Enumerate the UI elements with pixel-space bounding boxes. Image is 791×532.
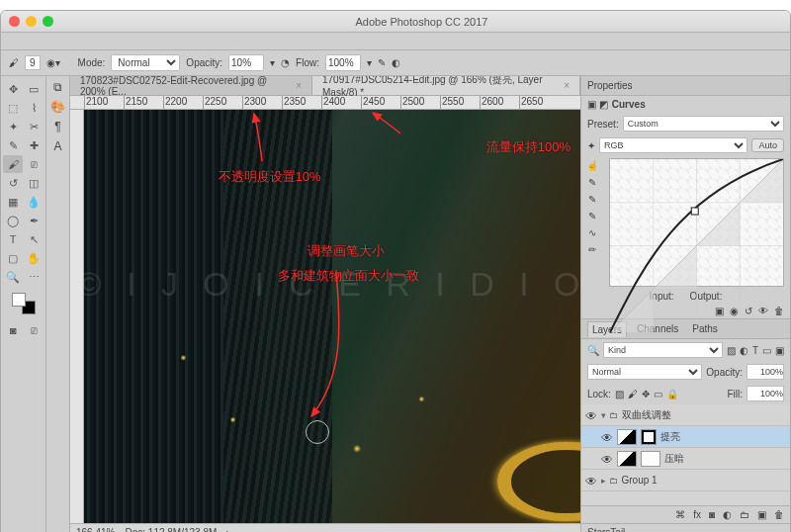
brush-picker-icon[interactable]: ◉▾	[46, 57, 60, 68]
pen-tool[interactable]: ✒	[24, 212, 44, 229]
lock-pos-icon[interactable]: ✥	[642, 389, 650, 399]
trash-icon[interactable]: 🗑	[774, 509, 784, 520]
new-icon[interactable]: ▣	[757, 509, 766, 520]
layer-row-adj[interactable]: 👁 提亮	[581, 426, 790, 448]
doc-tab-0[interactable]: 170823#DSC02752-Edit-Recovered.jpg @ 200…	[70, 76, 312, 95]
tab-close-icon[interactable]: ×	[296, 80, 302, 91]
layer-name[interactable]: Group 1	[622, 475, 658, 486]
paragraph-icon[interactable]: ¶	[54, 120, 60, 133]
channel-select[interactable]: RGB	[599, 137, 747, 153]
on-image-icon[interactable]: ☝	[586, 160, 598, 171]
edit-toolbar-icon[interactable]: ⋯	[24, 268, 44, 286]
layer-row-group[interactable]: 👁 ▾ 🗀 双曲线调整	[581, 404, 790, 426]
draw-curve-icon[interactable]: ✏	[588, 244, 596, 255]
filter-type-icon[interactable]: T	[752, 345, 758, 356]
layer-row-adj[interactable]: 👁 压暗	[581, 448, 790, 470]
tab-close-icon[interactable]: ×	[564, 80, 570, 91]
type-tool[interactable]: T	[3, 230, 23, 248]
window-title: Adobe Photoshop CC 2017	[61, 16, 782, 28]
folder-open-icon[interactable]: ▾ 🗀	[601, 410, 618, 420]
heal-tool[interactable]: ✚	[24, 136, 44, 154]
group-icon[interactable]: 🗀	[740, 509, 749, 520]
screenmode-icon[interactable]: ⎚	[24, 321, 44, 339]
sample-black-icon[interactable]: ✎	[588, 211, 596, 222]
filter-pixel-icon[interactable]: ▨	[727, 345, 736, 356]
wand-tool[interactable]: ✦	[3, 118, 23, 135]
eye-icon[interactable]: 👁	[601, 431, 613, 443]
flow-input[interactable]	[325, 54, 361, 71]
layer-row-group[interactable]: 👁 ▸ 🗀 Group 1	[581, 470, 790, 491]
dodge-tool[interactable]: ◯	[3, 212, 23, 229]
flow-label: Flow:	[296, 57, 319, 68]
eye-icon[interactable]: 👁	[585, 409, 597, 421]
starstail-panel[interactable]: StarsTail	[581, 523, 790, 532]
brush-tool[interactable]: 🖌	[3, 155, 23, 173]
doc-tab-1[interactable]: 170917#DSC05214-Edit.jpg @ 166% (提亮, Lay…	[312, 76, 580, 95]
flow-chevron-icon[interactable]: ▾	[367, 57, 372, 68]
edit-points-icon[interactable]: ∿	[588, 227, 596, 238]
filter-smart-icon[interactable]: ▣	[775, 345, 784, 356]
brush-size[interactable]: 9	[25, 55, 41, 70]
lock-paint-icon[interactable]: 🖌	[628, 389, 638, 399]
lock-trans-icon[interactable]: ▨	[615, 389, 624, 399]
sample-white-icon[interactable]: ✎	[588, 177, 596, 188]
marquee-tool[interactable]: ⬚	[3, 99, 23, 117]
blend-select[interactable]: Normal	[587, 364, 702, 380]
filter-adj-icon[interactable]: ◐	[740, 345, 748, 356]
layer-name[interactable]: 提亮	[660, 430, 680, 444]
zoom-readout[interactable]: 166.41%	[76, 527, 115, 532]
auto-button[interactable]: Auto	[751, 138, 784, 152]
stamp-tool[interactable]: ⎚	[24, 155, 44, 173]
curve-graph[interactable]	[609, 158, 784, 287]
color-icon[interactable]: 🎨	[50, 100, 65, 114]
zoom-tool[interactable]: 🔍	[3, 268, 23, 286]
adj-icon[interactable]: ◐	[723, 509, 732, 520]
mode-select[interactable]: Normal	[111, 54, 180, 71]
filter-kind-icon[interactable]: 🔍	[587, 345, 599, 356]
quickmask-icon[interactable]: ◙	[3, 321, 23, 339]
lasso-tool[interactable]: ⌇	[24, 99, 44, 117]
layer-name[interactable]: 双曲线调整	[622, 408, 671, 422]
path-tool[interactable]: ↖	[24, 230, 44, 248]
canvas[interactable]: © I J O I C E R I D I O 不透明度设置10% 流量保持10…	[84, 110, 580, 523]
move-tool[interactable]: ✥	[3, 80, 23, 98]
layer-name[interactable]: 压暗	[664, 452, 684, 466]
brush-icon[interactable]: 🖌	[9, 57, 19, 68]
eraser-tool[interactable]: ◫	[24, 174, 44, 192]
lock-all-icon[interactable]: 🔒	[666, 389, 678, 399]
minimize-icon[interactable]	[26, 16, 37, 27]
opacity-input[interactable]	[228, 54, 264, 71]
airbrush-icon[interactable]: ✎	[378, 57, 386, 68]
link-icon[interactable]: ⌘	[675, 509, 685, 520]
hand-tool[interactable]: ✋	[24, 249, 44, 267]
opacity-chevron-icon[interactable]: ▾	[270, 57, 275, 68]
artboard-tool[interactable]: ▭	[24, 80, 44, 98]
zoom-icon[interactable]	[43, 16, 53, 27]
sample-gray-icon[interactable]: ✎	[588, 194, 596, 205]
lock-artb-icon[interactable]: ▭	[654, 389, 662, 399]
close-icon[interactable]	[9, 16, 20, 27]
gradient-tool[interactable]: ▦	[3, 193, 23, 211]
history-brush-tool[interactable]: ↺	[3, 174, 23, 192]
layer-opacity-input[interactable]	[747, 364, 784, 380]
fill-input[interactable]	[747, 386, 784, 401]
folder-icon[interactable]: ▸ 🗀	[601, 476, 618, 486]
channel-picker-icon[interactable]: ✦	[587, 140, 595, 151]
filter-kind-select[interactable]: Kind	[603, 342, 723, 358]
character-icon[interactable]: A	[53, 139, 61, 153]
filter-shape-icon[interactable]: ▭	[762, 345, 771, 356]
pressure-opacity-icon[interactable]: ◔	[281, 57, 290, 68]
eye-icon[interactable]: 👁	[585, 475, 597, 487]
mask-icon[interactable]: ◙	[709, 509, 715, 520]
crop-tool[interactable]: ✂	[24, 118, 44, 135]
pressure-size-icon[interactable]: ◐	[392, 57, 400, 68]
history-icon[interactable]: ⧉	[53, 80, 62, 94]
eye-icon[interactable]: 👁	[601, 453, 613, 465]
color-swatch[interactable]	[12, 293, 36, 314]
preset-select[interactable]: Custom	[623, 116, 784, 132]
blur-tool[interactable]: 💧	[24, 193, 44, 211]
status-chevron-icon[interactable]: ▸	[226, 527, 231, 532]
eyedropper-tool[interactable]: ✎	[3, 136, 23, 154]
shape-tool[interactable]: ▢	[3, 249, 23, 267]
fx-icon[interactable]: fx	[693, 509, 701, 520]
